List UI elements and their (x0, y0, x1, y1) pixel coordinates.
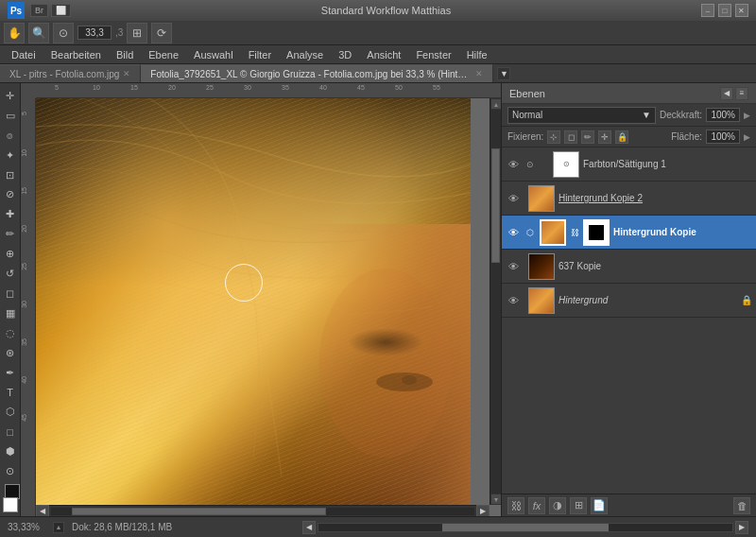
tab-2-close[interactable]: ✕ (475, 69, 483, 78)
tool-zoom-icon[interactable]: 🔍 (28, 23, 49, 43)
h-scroll-thumb[interactable] (72, 508, 326, 515)
v-scroll-thumb[interactable] (491, 148, 500, 264)
fill-arrow[interactable]: ▶ (744, 132, 750, 142)
window-controls[interactable]: – □ ✕ (701, 4, 748, 17)
tool-transform-icon[interactable]: ⟳ (151, 23, 172, 43)
fix-lock-icon[interactable]: 🔒 (615, 130, 628, 144)
tool-blur[interactable]: ◌ (1, 324, 20, 342)
layer-5-name: Hintergrund (558, 295, 737, 305)
menu-bearbeiten[interactable]: Bearbeiten (43, 47, 109, 62)
tool-shape[interactable]: □ (1, 423, 20, 441)
status-hscroll[interactable]: ◀ ▶ (302, 521, 748, 534)
fix-transparent-icon[interactable]: ◻ (564, 130, 577, 144)
menu-fenster[interactable]: Fenster (408, 47, 458, 62)
tool-eyedrop[interactable]: ⊘ (1, 186, 20, 204)
layer-4-visibility[interactable]: 👁 (506, 259, 521, 274)
layer-item-3[interactable]: 👁 ⬡ ⛓ Hintergrund Kopie (502, 216, 756, 250)
panel-menu-btn[interactable]: ≡ (735, 87, 748, 100)
tab-1[interactable]: XL - pitrs - Fotolia.com.jpg ✕ (0, 64, 141, 82)
menu-bild[interactable]: Bild (109, 47, 141, 62)
new-layer-btn[interactable]: 📄 (591, 497, 608, 514)
tool-lasso[interactable]: ⌾ (1, 127, 20, 145)
menu-ebene[interactable]: Ebene (141, 47, 186, 62)
status-scroll-track[interactable] (318, 523, 733, 532)
tool-hand-icon[interactable]: ✋ (4, 23, 25, 43)
opacity-value[interactable]: 100% (706, 108, 740, 122)
tool-eraser[interactable]: ◻ (1, 285, 20, 303)
tool-grid-icon[interactable]: ⊞ (127, 23, 147, 43)
panel-collapse-btn[interactable]: ◀ (720, 87, 733, 100)
tool-brush[interactable]: ✏ (1, 225, 20, 243)
fix-position-icon[interactable]: ⊹ (547, 130, 560, 144)
tool-zoom2[interactable]: ⊙ (1, 462, 20, 480)
layer-item-1[interactable]: 👁 ⊙ ⊙ Farbton/Sättigung 1 (502, 147, 756, 182)
ruler-v-label: 10 (21, 149, 27, 157)
fg-bg-colors[interactable] (3, 482, 18, 512)
menu-auswahl[interactable]: Auswahl (186, 47, 241, 62)
delete-layer-btn[interactable]: 🗑 (733, 497, 750, 514)
tool-stamp[interactable]: ⊕ (1, 245, 20, 263)
layer-5-thumb (528, 287, 555, 314)
layer-2-visibility[interactable]: 👁 (506, 191, 521, 206)
ruler-label: 50 (395, 84, 403, 91)
new-group-btn[interactable]: ⊞ (570, 497, 587, 514)
zoom-menu-btn[interactable]: ▲ (53, 522, 64, 533)
layer-1-type-icon: ⊙ (524, 159, 536, 170)
blend-mode-dropdown[interactable]: Normal ▼ (507, 107, 656, 124)
menu-datei[interactable]: Datei (4, 47, 43, 62)
ruler-v-label: 5 (21, 112, 27, 115)
fix-all-icon[interactable]: ✛ (598, 130, 611, 144)
tool-crop[interactable]: ⊡ (1, 166, 20, 184)
tool-gradient[interactable]: ▦ (1, 304, 20, 322)
layer-3-visibility[interactable]: 👁 (506, 225, 521, 240)
zoom-value[interactable]: 33,3 (77, 26, 112, 40)
scroll-up-btn[interactable]: ▲ (490, 98, 501, 110)
h-scrollbar[interactable]: ◀ ▶ (36, 505, 490, 516)
menu-3d[interactable]: 3D (331, 47, 359, 62)
layer-item-2[interactable]: 👁 Hintergrund Kopie 2 (502, 182, 756, 216)
scroll-left-btn[interactable]: ◀ (36, 505, 49, 517)
tool-move[interactable]: ✛ (1, 87, 20, 105)
tab-1-label: XL - pitrs - Fotolia.com.jpg (9, 69, 119, 79)
add-mask-btn[interactable]: ◑ (549, 497, 566, 514)
layer-1-visibility[interactable]: 👁 (506, 157, 521, 172)
scroll-down-btn[interactable]: ▼ (490, 494, 501, 505)
tool-history[interactable]: ↺ (1, 265, 20, 283)
panel-controls[interactable]: ◀ ≡ (720, 87, 748, 100)
tab-1-close[interactable]: ✕ (123, 69, 130, 78)
fix-pixel-icon[interactable]: ✏ (581, 130, 594, 144)
v-scroll-track[interactable] (490, 110, 501, 494)
minimize-button[interactable]: – (701, 4, 714, 17)
status-scroll-right[interactable]: ▶ (735, 521, 748, 534)
tab-2[interactable]: Fotolia_3792651_XL © Giorgio Gruizza - F… (141, 64, 493, 82)
tool-magic[interactable]: ✦ (1, 147, 20, 165)
menu-analyse[interactable]: Analyse (279, 47, 331, 62)
layer-5-visibility[interactable]: 👁 (506, 293, 521, 308)
tool-pen[interactable]: ✒ (1, 364, 20, 382)
tool-select-rect[interactable]: ▭ (1, 107, 20, 125)
v-scrollbar[interactable]: ▲ ▼ (490, 98, 501, 505)
status-scroll-thumb[interactable] (442, 524, 608, 531)
maximize-button[interactable]: □ (718, 4, 731, 17)
tool-type[interactable]: T (1, 384, 20, 402)
tool-path[interactable]: ⬡ (1, 404, 20, 422)
tool-heal[interactable]: ✚ (1, 205, 20, 223)
h-scroll-track[interactable] (51, 508, 474, 515)
scroll-right-btn[interactable]: ▶ (476, 505, 490, 517)
menu-hilfe[interactable]: Hilfe (459, 47, 495, 62)
tool-3d[interactable]: ⬢ (1, 442, 20, 460)
fill-value[interactable]: 100% (706, 130, 740, 144)
layer-item-5[interactable]: 👁 Hintergrund 🔒 (502, 284, 756, 318)
layer-item-4[interactable]: 👁 637 Kopie (502, 250, 756, 284)
fx-btn[interactable]: fx (528, 497, 545, 514)
status-scroll-left[interactable]: ◀ (302, 521, 316, 534)
menu-filter[interactable]: Filter (241, 47, 279, 62)
canvas-area[interactable]: 5 10 15 20 25 30 35 40 45 50 55 5 10 15 (21, 83, 501, 516)
opacity-arrow[interactable]: ▶ (744, 111, 750, 120)
close-button[interactable]: ✕ (735, 4, 748, 17)
menu-ansicht[interactable]: Ansicht (359, 47, 408, 62)
link-layers-btn[interactable]: ⛓ (507, 497, 524, 514)
tool-dodge[interactable]: ⊛ (1, 344, 20, 362)
tab-menu-icon[interactable]: ▼ (497, 67, 510, 80)
tool-lasso-icon[interactable]: ⊙ (53, 23, 74, 43)
